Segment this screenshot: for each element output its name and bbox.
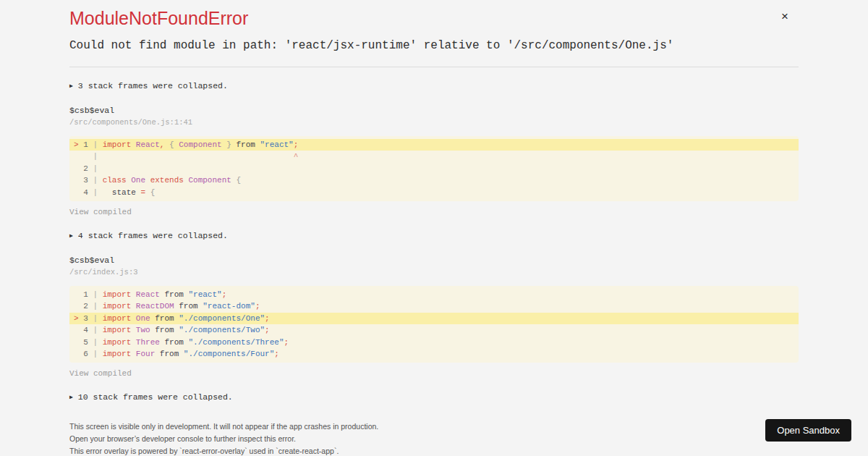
code-line: 5 | import Three from "./components/Thre… (69, 337, 799, 348)
error-title: ModuleNotFoundError (69, 9, 799, 28)
footer-line-2: Open your browser’s developer console to… (69, 433, 799, 445)
open-sandbox-button[interactable]: Open Sandbox (765, 419, 851, 442)
code-line: 4 | import Two from "./components/Two"; (69, 324, 799, 336)
collapsed-frames-1[interactable]: ▶3 stack frames were collapsed. (69, 81, 799, 91)
frame-function-name: $csb$eval (69, 256, 799, 266)
stack-frame-2: $csb$eval /src/index.js:3 (69, 256, 799, 277)
code-line: 3 | class One extends Component { (69, 174, 799, 186)
collapsed-frames-label: 4 stack frames were collapsed. (78, 231, 228, 240)
collapsed-frames-2[interactable]: ▶4 stack frames were collapsed. (69, 231, 799, 241)
frame-source-location: /src/index.js:3 (69, 268, 799, 277)
code-line: 1 | import React from "react"; (69, 289, 799, 300)
triangle-icon: ▶ (69, 83, 73, 89)
error-overlay: ModuleNotFoundError Could not find modul… (69, 0, 799, 456)
frame-function-name: $csb$eval (69, 106, 799, 116)
code-frame-2: 1 | import React from "react"; 2 | impor… (69, 286, 799, 363)
error-message: Could not find module in path: 'react/js… (69, 39, 799, 52)
code-line: > 1 | import React, { Component } from "… (69, 139, 799, 151)
view-compiled-link-2[interactable]: View compiled (69, 368, 799, 379)
triangle-icon: ▶ (69, 232, 73, 239)
code-line: 2 | import ReactDOM from "react-dom"; (69, 300, 799, 312)
footer-note: This screen is visible only in developme… (69, 421, 799, 456)
footer-line-3: This error overlay is powered by `react-… (69, 445, 799, 456)
code-line: > 3 | import One from "./components/One"… (69, 313, 799, 324)
code-line: 2 | (69, 163, 799, 174)
code-frame-1: > 1 | import React, { Component } from "… (69, 136, 799, 201)
stack-frame-1: $csb$eval /src/components/One.js:1:41 (69, 106, 799, 127)
collapsed-frames-label: 3 stack frames were collapsed. (78, 81, 228, 90)
code-line: 6 | import Four from "./components/Four"… (69, 348, 799, 360)
view-compiled-link-1[interactable]: View compiled (69, 207, 799, 217)
footer-line-1: This screen is visible only in developme… (69, 421, 799, 433)
collapsed-frames-3[interactable]: ▶10 stack frames were collapsed. (69, 392, 799, 402)
frame-source-location: /src/components/One.js:1:41 (69, 118, 799, 127)
triangle-icon: ▶ (69, 394, 73, 400)
code-line: 4 | state = { (69, 187, 799, 198)
divider (69, 67, 799, 67)
collapsed-frames-label: 10 stack frames were collapsed. (78, 392, 233, 402)
code-line: | ^ (69, 151, 799, 162)
